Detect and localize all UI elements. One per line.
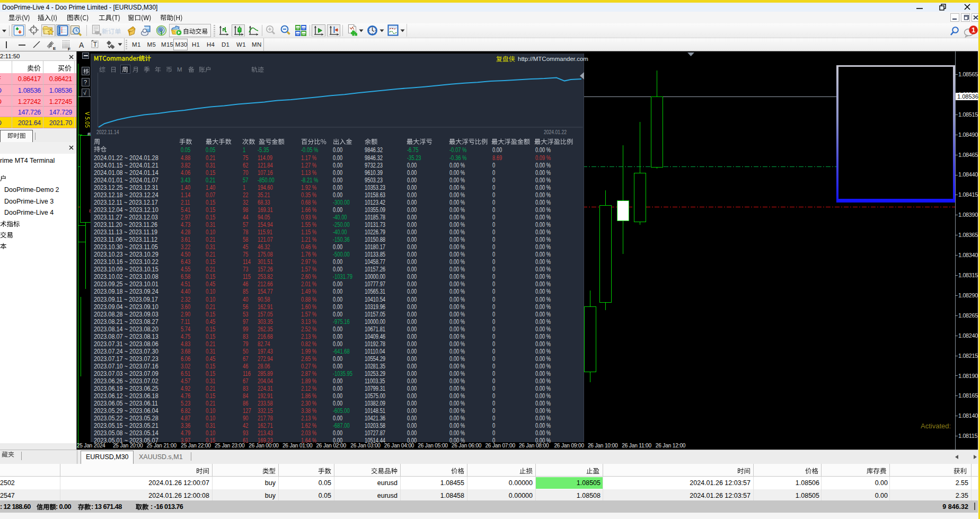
svg-text:1: 1	[972, 26, 975, 34]
svg-text:T: T	[93, 41, 98, 48]
